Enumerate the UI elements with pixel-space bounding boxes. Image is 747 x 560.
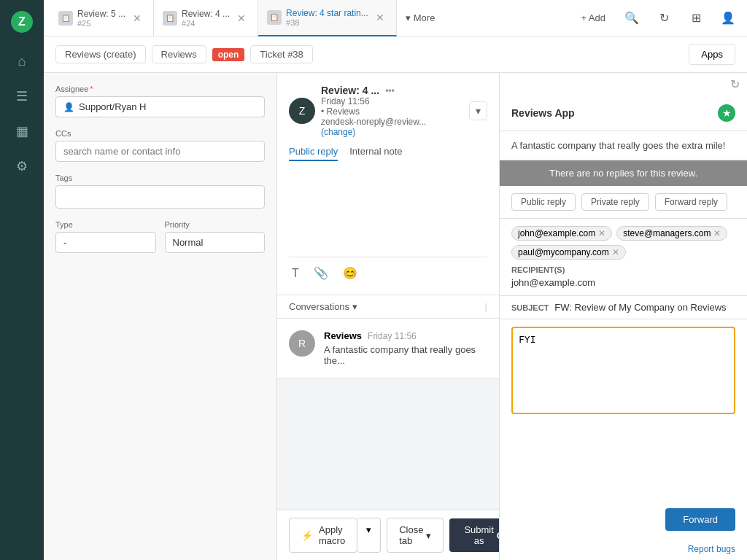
forward-textarea-wrap: FYI bbox=[500, 319, 747, 501]
remove-paul-button[interactable]: ✕ bbox=[612, 247, 619, 257]
tab-internal-note[interactable]: Internal note bbox=[349, 146, 402, 161]
recipient-tag-john: john@example.com ✕ bbox=[511, 226, 612, 241]
tab-25[interactable]: 📋 Review: 5 ... #25 ✕ bbox=[50, 0, 154, 36]
tab-38-label: Review: 4 star ratin... #38 bbox=[286, 8, 368, 27]
refresh-icon[interactable]: ↻ bbox=[730, 77, 740, 91]
review-email: zendesk-noreply@review... bbox=[321, 117, 463, 127]
right-panel-header: Reviews App ★ bbox=[500, 96, 747, 131]
content-area: Reviews (create) Reviews open Ticket #38… bbox=[44, 36, 747, 560]
ccs-label: CCs bbox=[55, 129, 265, 138]
breadcrumb-bar: Reviews (create) Reviews open Ticket #38… bbox=[44, 36, 747, 73]
private-reply-type-button[interactable]: Private reply bbox=[581, 193, 649, 211]
subject-label: SUBJECT bbox=[511, 302, 549, 312]
macro-group: ⚡ Apply macro ▾ bbox=[289, 518, 381, 553]
forward-button[interactable]: Forward bbox=[665, 508, 735, 531]
event-author: Reviews bbox=[324, 330, 362, 341]
reply-textarea[interactable] bbox=[289, 167, 487, 254]
assignee-field[interactable]: 👤 Support/Ryan H bbox=[55, 96, 265, 117]
tab-38[interactable]: 📋 Review: 4 star ratin... #38 ✕ bbox=[258, 0, 397, 36]
sidebar-item-settings[interactable]: ⚙ bbox=[7, 152, 36, 181]
macro-label: Apply macro bbox=[319, 524, 345, 546]
breadcrumb-reviews[interactable]: Reviews bbox=[152, 45, 206, 63]
bottom-bar: ⚡ Apply macro ▾ Close tab ▾ Submit as bbox=[277, 510, 499, 560]
tab-24-close[interactable]: ✕ bbox=[234, 11, 249, 26]
review-header: Z Review: 4 ... ••• Friday 11:56 bbox=[289, 85, 487, 137]
recipients-value: john@example.com bbox=[511, 277, 735, 288]
priority-label: Priority bbox=[165, 220, 266, 229]
refresh-button[interactable]: ↻ bbox=[651, 5, 677, 31]
breadcrumb-reviews-create[interactable]: Reviews (create) bbox=[55, 45, 146, 63]
recipients-label: RECIPIENT(S) bbox=[511, 265, 735, 274]
subject-area: SUBJECT FW: Review of My Company on Revi… bbox=[500, 296, 747, 319]
close-tab-label: Close tab bbox=[399, 524, 423, 546]
forward-reply-type-button[interactable]: Forward reply bbox=[655, 193, 727, 211]
type-section: Type - bbox=[55, 220, 156, 253]
submit-button[interactable]: Submit as Open bbox=[449, 518, 499, 552]
assignee-value: Support/Ryan H bbox=[79, 101, 147, 112]
recipient-email-paul: paul@mycompany.com bbox=[518, 247, 609, 257]
recipient-tag-steve: steve@managers.com ✕ bbox=[616, 226, 727, 241]
event-text: A fantastic company that really goes the… bbox=[324, 344, 487, 366]
assignee-icon: 👤 bbox=[63, 102, 74, 112]
priority-section: Priority Normal bbox=[165, 220, 266, 253]
forward-textarea[interactable]: FYI bbox=[511, 327, 735, 414]
recipient-tag-paul: paul@mycompany.com ✕ bbox=[511, 245, 626, 260]
ticket-event: R Reviews Friday 11:56 A fantastic compa… bbox=[277, 319, 499, 378]
refresh-icon: ↻ bbox=[659, 11, 669, 25]
close-tab-button[interactable]: Close tab ▾ bbox=[387, 518, 444, 553]
ccs-section: CCs bbox=[55, 129, 265, 162]
sidebar-item-reporting[interactable]: ▦ bbox=[7, 117, 36, 146]
tab-24[interactable]: 📋 Review: 4 ... #24 ✕ bbox=[154, 0, 258, 36]
ccs-input[interactable] bbox=[55, 141, 265, 162]
chevron-down-icon: ▾ bbox=[426, 530, 431, 541]
apps-grid-button[interactable]: ⊞ bbox=[683, 5, 709, 31]
macro-dropdown-button[interactable]: ▾ bbox=[357, 518, 381, 553]
breadcrumb-ticket[interactable]: Ticket #38 bbox=[250, 45, 313, 63]
apps-button[interactable]: Apps bbox=[689, 44, 735, 65]
sidebar-item-home[interactable]: ⌂ bbox=[7, 47, 36, 76]
review-meta: Friday 11:56 bbox=[321, 96, 463, 106]
event-avatar: R bbox=[289, 330, 315, 357]
priority-select[interactable]: Normal bbox=[165, 232, 266, 253]
reply-type-tabs: Public reply Internal note bbox=[289, 146, 487, 161]
tab-public-reply[interactable]: Public reply bbox=[289, 146, 338, 161]
review-info: Review: 4 ... ••• Friday 11:56 • Reviews… bbox=[321, 85, 463, 137]
report-bugs-link[interactable]: Report bugs bbox=[500, 538, 747, 560]
attach-button[interactable]: 📎 bbox=[311, 263, 331, 283]
grid-icon: ⊞ bbox=[692, 11, 701, 25]
review-source: • Reviews bbox=[321, 106, 463, 117]
more-label: More bbox=[414, 12, 436, 23]
reply-toolbar: T 📎 😊 bbox=[289, 257, 487, 283]
tab-24-icon: 📋 bbox=[163, 11, 177, 26]
star-icon: ★ bbox=[718, 104, 735, 122]
more-tabs-button[interactable]: ▾ More bbox=[397, 12, 444, 23]
event-content: Reviews Friday 11:56 A fantastic company… bbox=[324, 330, 487, 366]
add-tab-button[interactable]: + Add bbox=[573, 8, 613, 28]
review-title: Review: 4 ... ••• bbox=[321, 85, 463, 96]
emoji-icon: 😊 bbox=[343, 267, 357, 279]
remove-steve-button[interactable]: ✕ bbox=[713, 228, 721, 238]
right-panel-top: ↻ bbox=[500, 73, 747, 96]
tab-bar: 📋 Review: 5 ... #25 ✕ 📋 Review: 4 ... #2… bbox=[44, 0, 747, 36]
search-button[interactable]: 🔍 bbox=[619, 5, 645, 31]
sidebar: Z ⌂ ☰ ▦ ⚙ bbox=[0, 0, 44, 560]
apply-macro-button[interactable]: ⚡ Apply macro bbox=[289, 518, 357, 553]
tags-input[interactable] bbox=[55, 185, 265, 209]
text-format-button[interactable]: T bbox=[289, 264, 302, 283]
conversations-bar[interactable]: Conversations ▾ | bbox=[277, 295, 499, 319]
tab-38-close[interactable]: ✕ bbox=[373, 10, 387, 25]
sidebar-item-tickets[interactable]: ☰ bbox=[7, 82, 36, 111]
user-menu-button[interactable]: 👤 bbox=[715, 5, 741, 31]
public-reply-type-button[interactable]: Public reply bbox=[511, 193, 576, 211]
change-link[interactable]: (change) bbox=[321, 127, 463, 137]
emoji-button[interactable]: 😊 bbox=[340, 263, 360, 283]
logo: Z bbox=[9, 9, 35, 35]
tab-25-close[interactable]: ✕ bbox=[130, 11, 144, 26]
review-dropdown-button[interactable]: ▾ bbox=[469, 101, 487, 120]
type-label: Type bbox=[55, 220, 156, 229]
assignee-section: Assignee 👤 Support/Ryan H bbox=[55, 85, 265, 117]
chevron-down-icon: ▾ bbox=[406, 12, 411, 23]
recipient-email-steve: steve@managers.com bbox=[623, 228, 711, 238]
type-select[interactable]: - bbox=[55, 232, 156, 253]
remove-john-button[interactable]: ✕ bbox=[598, 228, 605, 238]
